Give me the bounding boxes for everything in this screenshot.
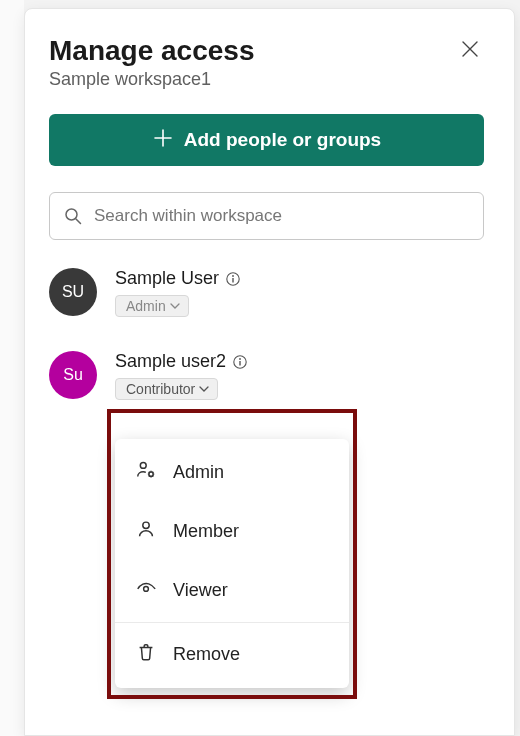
chevron-down-icon bbox=[170, 298, 180, 314]
avatar-initials: SU bbox=[62, 283, 84, 301]
search-input[interactable] bbox=[49, 192, 484, 240]
person-icon bbox=[135, 518, 157, 545]
role-selector-disabled: Admin bbox=[115, 295, 189, 317]
panel-title: Manage access bbox=[49, 35, 254, 67]
role-option-label: Viewer bbox=[173, 580, 228, 601]
add-people-button[interactable]: Add people or groups bbox=[49, 114, 484, 166]
user-row: SU Sample User Admin bbox=[49, 266, 484, 317]
svg-point-2 bbox=[232, 275, 234, 277]
svg-point-9 bbox=[143, 522, 149, 528]
dropdown-divider bbox=[115, 622, 349, 623]
panel-subtitle: Sample workspace1 bbox=[49, 69, 254, 90]
close-icon bbox=[460, 47, 480, 62]
info-icon[interactable] bbox=[232, 354, 248, 370]
trash-icon bbox=[135, 641, 157, 668]
role-selector[interactable]: Contributor bbox=[115, 378, 218, 400]
avatar: SU bbox=[49, 268, 97, 316]
svg-point-10 bbox=[144, 587, 149, 592]
svg-point-7 bbox=[140, 462, 146, 468]
background-context bbox=[0, 0, 24, 736]
role-option-label: Remove bbox=[173, 644, 240, 665]
role-option-label: Admin bbox=[173, 462, 224, 483]
role-label: Admin bbox=[126, 298, 166, 314]
svg-rect-3 bbox=[232, 278, 233, 283]
user-name: Sample User bbox=[115, 268, 219, 289]
role-dropdown: Admin Member Viewer bbox=[115, 439, 349, 688]
svg-point-8 bbox=[149, 472, 153, 476]
svg-point-5 bbox=[239, 358, 241, 360]
role-option-admin[interactable]: Admin bbox=[115, 443, 349, 502]
eye-icon bbox=[135, 577, 157, 604]
info-icon[interactable] bbox=[225, 271, 241, 287]
role-option-remove[interactable]: Remove bbox=[115, 625, 349, 684]
role-option-member[interactable]: Member bbox=[115, 502, 349, 561]
add-people-label: Add people or groups bbox=[184, 129, 381, 151]
avatar: Su bbox=[49, 351, 97, 399]
role-label: Contributor bbox=[126, 381, 195, 397]
search-field bbox=[49, 192, 484, 240]
people-gear-icon bbox=[135, 459, 157, 486]
plus-icon bbox=[152, 127, 174, 154]
user-row: Su Sample user2 Contributor bbox=[49, 349, 484, 400]
avatar-initials: Su bbox=[63, 366, 83, 384]
user-list: SU Sample User Admin Su bbox=[49, 266, 484, 400]
user-name: Sample user2 bbox=[115, 351, 226, 372]
svg-rect-6 bbox=[239, 361, 240, 366]
role-option-label: Member bbox=[173, 521, 239, 542]
svg-point-0 bbox=[66, 209, 77, 220]
close-button[interactable] bbox=[456, 35, 484, 63]
chevron-down-icon bbox=[199, 381, 209, 397]
panel-header: Manage access Sample workspace1 bbox=[49, 35, 484, 90]
search-icon bbox=[63, 206, 83, 226]
manage-access-panel: Manage access Sample workspace1 Add peop… bbox=[24, 8, 515, 736]
role-option-viewer[interactable]: Viewer bbox=[115, 561, 349, 620]
